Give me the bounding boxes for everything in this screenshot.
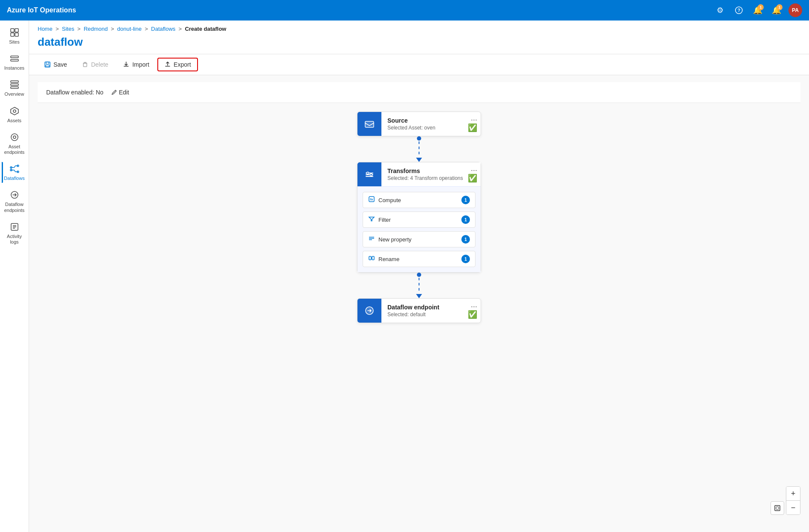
connector-2-arrow xyxy=(416,294,422,298)
svg-text:fx: fx xyxy=(370,197,373,201)
sidebar-item-sites-label: Sites xyxy=(9,39,19,45)
svg-point-32 xyxy=(367,172,369,174)
assets-icon xyxy=(9,106,20,116)
breadcrumb-dataflows[interactable]: Dataflows xyxy=(151,26,175,32)
settings-icon[interactable]: ⚙ xyxy=(713,3,727,17)
notification2-badge: 1 xyxy=(777,4,782,10)
compute-label: Compute xyxy=(378,197,401,203)
transforms-body: fx Compute 1 xyxy=(357,186,481,272)
sidebar-item-activity-logs-label: Activity logs xyxy=(3,234,26,245)
breadcrumb-donut-line[interactable]: donut-line xyxy=(117,26,142,32)
source-node: Source Selected Asset: oven ··· ✅ xyxy=(357,112,481,136)
zoom-in-button[interactable]: + xyxy=(786,487,800,500)
connector-1-dot xyxy=(417,136,421,141)
rename-badge: 1 xyxy=(461,255,470,263)
zoom-frame-icon xyxy=(774,505,781,511)
breadcrumb: Home > Sites > Redmond > donut-line > Da… xyxy=(29,21,809,34)
breadcrumb-home[interactable]: Home xyxy=(38,26,53,32)
breadcrumb-sites[interactable]: Sites xyxy=(62,26,74,32)
breadcrumb-redmond[interactable]: Redmond xyxy=(84,26,108,32)
rename-label: Rename xyxy=(378,256,399,262)
connector-1-arrow xyxy=(416,158,422,162)
page-title: dataflow xyxy=(29,34,809,54)
save-button[interactable]: Save xyxy=(38,58,74,71)
endpoint-node-subtitle: Selected: default xyxy=(387,312,475,317)
app-title: Azure IoT Operations xyxy=(7,6,76,14)
rename-icon xyxy=(368,255,375,263)
sidebar-item-dataflow-endpoints[interactable]: Dataflow endpoints xyxy=(2,186,27,216)
import-button[interactable]: Import xyxy=(116,58,156,71)
transform-item-new-property[interactable]: New property 1 xyxy=(363,231,475,247)
sidebar-item-assets[interactable]: Assets xyxy=(2,103,27,127)
delete-icon xyxy=(82,61,89,68)
sidebar-item-overview[interactable]: Overview xyxy=(2,76,27,100)
dataflow-status: Dataflow enabled: No xyxy=(46,89,103,96)
instances-icon xyxy=(9,53,20,64)
connector-2-line xyxy=(419,278,419,293)
help-icon[interactable]: ? xyxy=(732,3,746,17)
svg-rect-39 xyxy=(369,256,371,260)
compute-icon: fx xyxy=(368,196,375,204)
edit-icon xyxy=(111,89,117,95)
toolbar: Save Delete Import xyxy=(29,54,809,75)
delete-button[interactable]: Delete xyxy=(75,58,115,71)
dataflows-icon xyxy=(9,164,20,174)
dataflow-endpoints-icon xyxy=(9,190,20,200)
sidebar-item-dataflows[interactable]: Dataflows xyxy=(2,160,27,185)
sidebar-item-instances[interactable]: Instances xyxy=(2,50,27,74)
main-layout: Sites Instances Overview xyxy=(0,21,809,532)
filter-icon xyxy=(368,215,375,224)
sidebar-item-instances-label: Instances xyxy=(4,65,24,71)
content-area: Home > Sites > Redmond > donut-line > Da… xyxy=(29,21,809,532)
sidebar-item-activity-logs[interactable]: Activity logs xyxy=(2,218,27,248)
transform-item-compute[interactable]: fx Compute 1 xyxy=(363,192,475,208)
svg-rect-8 xyxy=(11,81,18,82)
transform-item-filter[interactable]: Filter 1 xyxy=(363,212,475,228)
zoom-controls: + − xyxy=(786,486,800,515)
endpoint-node-content: Dataflow endpoint Selected: default ··· … xyxy=(381,299,481,323)
svg-point-14 xyxy=(13,136,16,138)
zoom-out-button[interactable]: − xyxy=(786,501,800,514)
topbar: Azure IoT Operations ⚙ ? 🔔 1 🔔 1 PA xyxy=(0,0,809,21)
compute-badge: 1 xyxy=(461,196,470,204)
svg-rect-28 xyxy=(365,121,374,127)
sites-icon xyxy=(9,27,20,38)
sidebar-item-assets-label: Assets xyxy=(7,118,21,123)
svg-rect-10 xyxy=(11,87,18,88)
transforms-node-content: Transforms Selected: 4 Transform operati… xyxy=(381,162,481,186)
transforms-node-title: Transforms xyxy=(387,168,475,174)
import-icon xyxy=(123,61,130,68)
notification2-icon[interactable]: 🔔 1 xyxy=(770,3,783,17)
endpoint-node-icon xyxy=(363,305,375,317)
new-property-badge: 1 xyxy=(461,235,470,244)
zoom-frame-button[interactable] xyxy=(771,501,784,515)
source-node-title: Source xyxy=(387,117,475,124)
svg-rect-6 xyxy=(11,56,18,58)
flow-canvas: Source Selected Asset: oven ··· ✅ xyxy=(38,103,800,402)
svg-rect-9 xyxy=(11,84,18,85)
filter-badge: 1 xyxy=(461,215,470,224)
notification1-icon[interactable]: 🔔 1 xyxy=(751,3,765,17)
sidebar-item-dataflows-label: Dataflows xyxy=(4,176,24,181)
overview-icon xyxy=(9,79,20,90)
transform-item-rename[interactable]: Rename 1 xyxy=(363,251,475,267)
status-bar: Dataflow enabled: No Edit xyxy=(38,82,800,103)
endpoint-node-icon-area xyxy=(357,299,381,323)
avatar[interactable]: PA xyxy=(788,3,802,17)
svg-rect-2 xyxy=(11,29,14,32)
svg-rect-27 xyxy=(83,63,87,67)
export-icon xyxy=(164,61,171,68)
source-node-check: ✅ xyxy=(468,123,477,132)
sidebar-item-asset-endpoints[interactable]: Asset endpoints xyxy=(2,129,27,159)
endpoint-node-title: Dataflow endpoint xyxy=(387,304,475,311)
save-icon xyxy=(44,61,51,68)
svg-rect-40 xyxy=(372,256,374,260)
connector-2 xyxy=(416,273,422,298)
source-node-icon-area xyxy=(357,112,381,136)
export-button[interactable]: Export xyxy=(157,58,198,71)
new-property-icon xyxy=(368,235,375,244)
svg-rect-4 xyxy=(11,33,14,36)
sidebar-item-sites[interactable]: Sites xyxy=(2,24,27,48)
edit-button[interactable]: Edit xyxy=(108,87,133,97)
source-node-icon xyxy=(363,118,375,130)
